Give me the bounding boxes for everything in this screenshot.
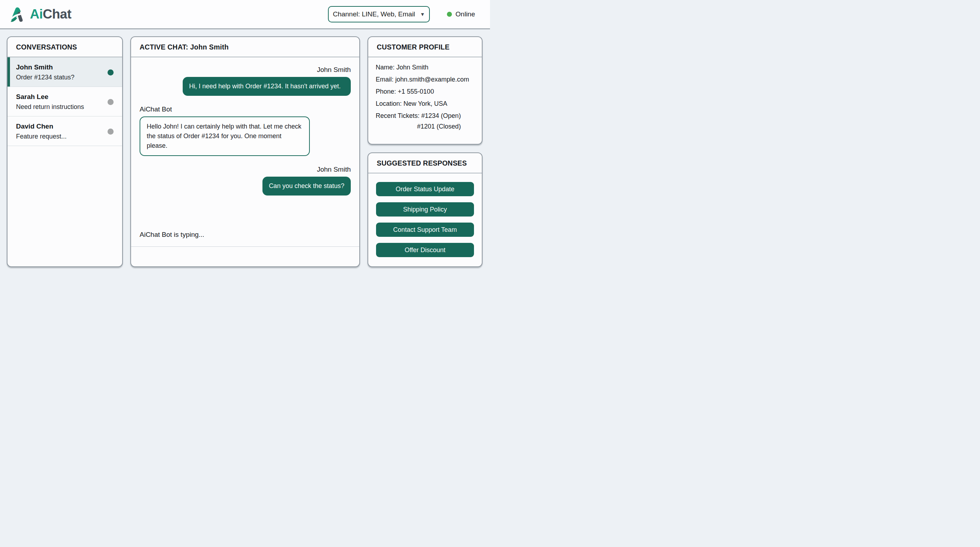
customer-profile-title: CUSTOMER PROFILE xyxy=(368,37,482,57)
conversation-name: Sarah Lee xyxy=(16,93,104,101)
profile-field-tickets-line2: #1201 (Closed) xyxy=(376,123,461,130)
unread-dot xyxy=(108,70,114,75)
conversation-name: John Smith xyxy=(16,64,104,71)
online-status: Online xyxy=(447,10,475,18)
active-chat-panel: ACTIVE CHAT: John Smith John SmithHi, I … xyxy=(130,36,360,267)
app-header: AiChat Channel: LINE, Web, Email ▼ Onlin… xyxy=(0,0,490,29)
suggested-responses-title: SUGGESTED RESPONSES xyxy=(368,153,482,173)
profile-field: Location: New York, USA xyxy=(376,100,474,108)
chat-message-area: John SmithHi, I need help with Order #12… xyxy=(131,57,359,246)
chat-message: John SmithCan you check the status? xyxy=(140,165,351,196)
conversation-name: David Chen xyxy=(16,122,104,130)
profile-field-tickets-line1: Recent Tickets: #1234 (Open) xyxy=(376,112,461,120)
aichat-logo-icon xyxy=(9,6,26,23)
profile-field: Recent Tickets: #1234 (Open)#1201 (Close… xyxy=(376,112,474,130)
chat-message: AiChat BotHello John! I can certainly he… xyxy=(140,105,351,156)
channel-selector[interactable]: Channel: LINE, Web, Email ▼ xyxy=(328,6,430,22)
conversations-list: John SmithOrder #1234 status?Sarah LeeNe… xyxy=(8,57,122,266)
message-bubble: Hi, I need help with Order #1234. It has… xyxy=(183,77,351,96)
suggested-response-button[interactable]: Shipping Policy xyxy=(376,202,474,216)
message-sender-label: John Smith xyxy=(317,66,351,74)
brand-name: AiChat xyxy=(30,7,71,22)
conversations-panel: CONVERSATIONS John SmithOrder #1234 stat… xyxy=(7,36,123,267)
message-sender-label: AiChat Bot xyxy=(140,105,172,113)
conversation-item[interactable]: John SmithOrder #1234 status? xyxy=(8,57,122,87)
conversation-item[interactable]: Sarah LeeNeed return instructions xyxy=(8,87,122,116)
chat-input-area[interactable] xyxy=(131,246,359,266)
conversation-preview: Order #1234 status? xyxy=(16,74,104,81)
message-sender-label: John Smith xyxy=(317,165,351,173)
brand-name-chat: Chat xyxy=(43,7,71,21)
customer-profile-panel: CUSTOMER PROFILE Name: John SmithEmail: … xyxy=(368,36,482,145)
profile-field: Phone: +1 555-0100 xyxy=(376,88,474,95)
channel-selector-label: Channel: LINE, Web, Email xyxy=(333,10,415,18)
conversations-title: CONVERSATIONS xyxy=(8,37,122,57)
brand-name-ai: Ai xyxy=(30,7,43,21)
online-status-label: Online xyxy=(455,10,475,18)
typing-indicator: AiChat Bot is typing... xyxy=(140,231,351,246)
suggested-response-button[interactable]: Contact Support Team xyxy=(376,223,474,237)
unread-dot xyxy=(108,99,114,105)
conversation-preview: Need return instructions xyxy=(16,103,104,111)
online-status-dot xyxy=(447,12,452,17)
conversation-item[interactable]: David ChenFeature request... xyxy=(8,116,122,146)
suggested-responses-list: Order Status UpdateShipping PolicyContac… xyxy=(368,173,482,263)
suggested-response-button[interactable]: Order Status Update xyxy=(376,182,474,196)
suggested-responses-panel: SUGGESTED RESPONSES Order Status UpdateS… xyxy=(368,153,482,267)
conversation-preview: Feature request... xyxy=(16,133,104,140)
brand: AiChat xyxy=(9,6,71,23)
message-bubble: Can you check the status? xyxy=(262,177,351,196)
unread-dot xyxy=(108,129,114,135)
profile-field: Name: John Smith xyxy=(376,64,474,71)
suggested-response-button[interactable]: Offer Discount xyxy=(376,243,474,257)
customer-profile-body: Name: John SmithEmail: john.smith@exampl… xyxy=(368,57,482,142)
chat-message: John SmithHi, I need help with Order #12… xyxy=(140,66,351,96)
active-chat-title: ACTIVE CHAT: John Smith xyxy=(131,37,359,57)
chevron-down-icon: ▼ xyxy=(420,11,425,17)
profile-field: Email: john.smith@example.com xyxy=(376,76,474,83)
message-bubble: Hello John! I can certainly help with th… xyxy=(140,116,310,156)
